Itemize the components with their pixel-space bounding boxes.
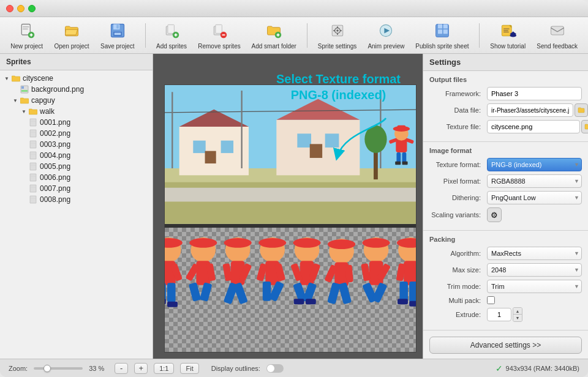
svg-rect-27 xyxy=(337,33,338,35)
tree-item-capguy[interactable]: ▼ capguy xyxy=(0,95,153,106)
add-sprites-icon xyxy=(162,21,181,40)
sidebar: Sprites ▼ cityscene ▶ background.png xyxy=(0,54,153,359)
framework-input[interactable] xyxy=(487,87,582,100)
send-feedback-label: Send feedback xyxy=(537,43,578,50)
tree-item-background[interactable]: ▶ background.png xyxy=(0,84,153,95)
tree-item-frame5[interactable]: 0005.png xyxy=(0,161,153,172)
maximize-button[interactable] xyxy=(28,5,36,12)
extrude-down-button[interactable]: ▼ xyxy=(513,315,522,321)
svg-rect-94 xyxy=(402,162,408,165)
svg-point-121 xyxy=(258,238,286,248)
output-files-title: Output files xyxy=(429,76,582,83)
tree-item-frame4[interactable]: 0004.png xyxy=(0,150,153,161)
anim-preview-label: Anim preview xyxy=(368,43,404,50)
trim-mode-select[interactable]: Trim Crop None xyxy=(487,280,582,293)
background-label: background.png xyxy=(31,85,84,94)
algorithm-select[interactable]: MaxRects Basic Shelf Guillotine xyxy=(487,247,582,260)
framework-row: Framework: xyxy=(429,87,582,100)
zoom-minus-button[interactable]: - xyxy=(115,363,128,374)
multi-pack-row: Multi pack: xyxy=(429,296,582,304)
tree-item-frame6[interactable]: 0006.png xyxy=(0,172,153,183)
zoom-fit-button[interactable]: Fit xyxy=(180,363,198,374)
toggle-capguy[interactable]: ▼ xyxy=(11,96,20,105)
send-feedback-button[interactable]: Send feedback xyxy=(532,18,582,52)
tree-item-frame7[interactable]: 0007.png xyxy=(0,183,153,194)
svg-rect-10 xyxy=(115,33,121,35)
sprite-settings-button[interactable]: Sprite settings xyxy=(314,18,361,52)
texture-file-input[interactable] xyxy=(487,120,580,133)
tree-item-frame2[interactable]: 0002.png xyxy=(0,128,153,139)
tree-item-frame8[interactable]: 0008.png xyxy=(0,194,153,205)
data-file-input[interactable] xyxy=(487,103,573,117)
dithering-select[interactable]: PngQuant Low PngQuant Medium PngQuant Hi… xyxy=(487,191,582,204)
show-tutorial-button[interactable]: Show tutorial xyxy=(486,18,530,52)
folder-icon-capguy xyxy=(20,96,29,105)
svg-rect-63 xyxy=(30,196,36,203)
svg-point-128 xyxy=(293,238,321,248)
svg-rect-41 xyxy=(503,32,509,32)
texture-file-browse-button[interactable] xyxy=(581,120,588,133)
svg-rect-103 xyxy=(167,302,178,307)
texture-file-row: Texture file: xyxy=(429,120,582,133)
remove-sprites-button[interactable]: Remove sprites xyxy=(194,18,244,52)
sprite-settings-label: Sprite settings xyxy=(318,43,356,50)
publish-button[interactable]: Publish sprite sheet xyxy=(412,18,473,52)
separator-3 xyxy=(479,23,480,48)
zoom-plus-button[interactable]: + xyxy=(134,363,148,374)
zoom-thumb xyxy=(43,365,51,372)
multi-pack-checkbox[interactable] xyxy=(487,296,495,304)
tree-item-walk[interactable]: ▼ walk xyxy=(0,106,153,117)
close-button[interactable] xyxy=(6,5,13,12)
texture-format-select[interactable]: PNG-8 (indexed) PNG-32 JPEG BMP xyxy=(487,158,582,171)
sprite-icon-5 xyxy=(28,162,38,171)
open-project-button[interactable]: Open project xyxy=(50,18,94,52)
texture-file-wrap xyxy=(487,120,588,133)
advanced-settings-button[interactable]: Advanced settings >> xyxy=(429,337,582,354)
svg-rect-48 xyxy=(21,90,28,92)
data-file-browse-button[interactable] xyxy=(575,103,588,117)
scene-bottom xyxy=(165,228,416,352)
pixel-format-select[interactable]: RGBA8888 RGB888 RGB565 xyxy=(487,174,582,188)
traffic-lights xyxy=(6,5,36,12)
add-smart-folder-button[interactable]: Add smart folder xyxy=(247,18,301,52)
tree-container: ▼ cityscene ▶ background.png ▼ xyxy=(0,70,153,207)
svg-rect-47 xyxy=(21,86,24,89)
settings-panel: Settings Output files Framework: Data fi… xyxy=(423,54,588,359)
svg-rect-34 xyxy=(443,24,448,29)
dithering-select-wrap: PngQuant Low PngQuant Medium PngQuant Hi… xyxy=(487,191,582,204)
extrude-up-button[interactable]: ▲ xyxy=(513,308,522,315)
toggle-cityscene[interactable]: ▼ xyxy=(2,74,11,83)
svg-rect-49 xyxy=(30,119,36,126)
svg-rect-72 xyxy=(325,133,339,147)
algorithm-select-wrap: MaxRects Basic Shelf Guillotine ▼ xyxy=(487,247,582,260)
svg-rect-2 xyxy=(23,29,28,30)
packing-section: Packing Algorithm: MaxRects Basic Shelf … xyxy=(423,231,588,330)
save-project-button[interactable]: Save project xyxy=(96,18,139,52)
display-outlines-toggle[interactable] xyxy=(266,364,284,373)
tutorial-icon xyxy=(498,21,518,40)
new-project-button[interactable]: New project xyxy=(6,18,47,52)
svg-rect-53 xyxy=(30,141,36,148)
anim-preview-button[interactable]: Anim preview xyxy=(363,18,409,52)
max-size-select[interactable]: 512 1024 2048 4096 8192 xyxy=(487,263,582,277)
scaling-variants-gear-button[interactable]: ⚙ xyxy=(487,207,502,222)
toggle-background: ▶ xyxy=(11,85,20,94)
svg-rect-15 xyxy=(175,33,176,36)
tree-item-frame1[interactable]: 0001.png xyxy=(0,117,153,128)
zoom-ratio-button[interactable]: 1:1 xyxy=(154,363,174,374)
status-check-icon: ✓ xyxy=(496,364,503,373)
extrude-input[interactable] xyxy=(487,308,511,321)
minimize-button[interactable] xyxy=(17,5,24,12)
algorithm-label: Algorithm: xyxy=(429,250,484,257)
svg-rect-59 xyxy=(30,174,36,181)
zoom-slider[interactable] xyxy=(34,367,83,370)
svg-rect-152 xyxy=(404,261,416,285)
toggle-walk[interactable]: ▼ xyxy=(20,107,28,116)
trim-mode-label: Trim mode: xyxy=(429,283,484,290)
add-sprites-button[interactable]: Add sprites xyxy=(152,18,192,52)
extrude-row: Extrude: ▲ ▼ xyxy=(429,307,582,322)
svg-rect-57 xyxy=(30,163,36,170)
tree-item-cityscene[interactable]: ▼ cityscene xyxy=(0,73,153,84)
open-project-label: Open project xyxy=(54,43,89,50)
tree-item-frame3[interactable]: 0003.png xyxy=(0,139,153,150)
